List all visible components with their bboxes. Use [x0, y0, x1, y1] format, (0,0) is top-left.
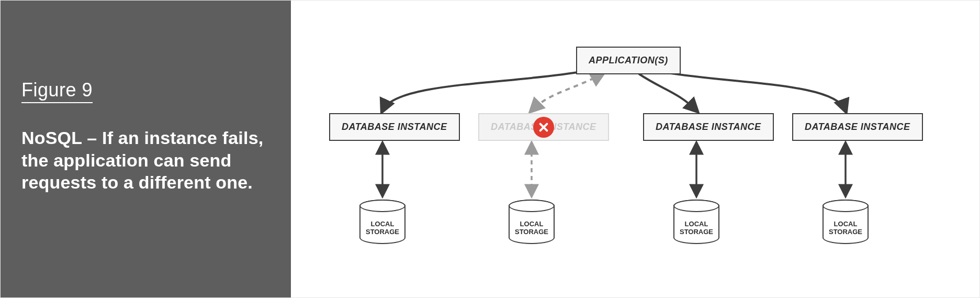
figure-caption: NoSQL – If an instance fails, the applic… [21, 127, 270, 194]
storage-2-label: LOCAL STORAGE [509, 220, 555, 236]
storage-4: LOCAL STORAGE [823, 200, 869, 244]
db-instance-1: DATABASE INSTANCE [329, 113, 460, 141]
storage-label-line1: LOCAL [834, 220, 858, 228]
storage-1: LOCAL STORAGE [359, 200, 405, 244]
caption-panel: Figure 9 NoSQL – If an instance fails, t… [1, 1, 291, 297]
storage-2: LOCAL STORAGE [509, 200, 555, 244]
storage-1-label: LOCAL STORAGE [359, 220, 405, 236]
storage-label-line1: LOCAL [520, 220, 544, 228]
figure-label: Figure 9 [21, 79, 93, 103]
storage-label-line2: STORAGE [829, 228, 862, 236]
fail-icon [533, 117, 554, 138]
storage-3: LOCAL STORAGE [673, 200, 719, 244]
storage-4-label: LOCAL STORAGE [823, 220, 869, 236]
storage-3-label: LOCAL STORAGE [673, 220, 719, 236]
storage-label-line1: LOCAL [371, 220, 395, 228]
db-instance-3: DATABASE INSTANCE [643, 113, 774, 141]
diagram-panel: APPLICATION(S) DATABASE INSTANCE DATABAS… [291, 1, 979, 297]
storage-label-line1: LOCAL [685, 220, 708, 228]
storage-label-line2: STORAGE [680, 228, 713, 236]
storage-label-line2: STORAGE [366, 228, 399, 236]
connectors [291, 1, 979, 297]
db-instance-2-failed: DATABASE INSTANCE [478, 113, 609, 141]
figure-frame: Figure 9 NoSQL – If an instance fails, t… [0, 0, 980, 298]
db-instance-4: DATABASE INSTANCE [792, 113, 923, 141]
storage-label-line2: STORAGE [515, 228, 548, 236]
application-node: APPLICATION(S) [576, 47, 681, 74]
